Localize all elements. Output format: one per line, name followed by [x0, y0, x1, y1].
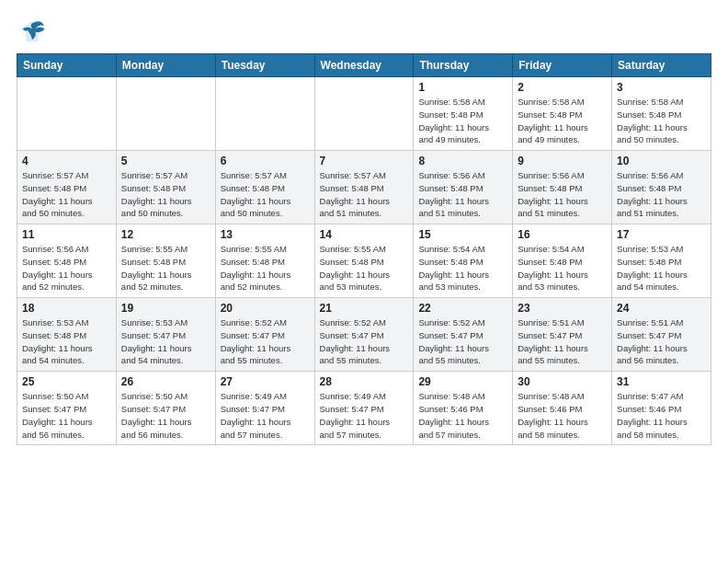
- weekday-header-tuesday: Tuesday: [215, 54, 314, 77]
- calendar-cell: 10Sunrise: 5:56 AM Sunset: 5:48 PM Dayli…: [612, 151, 711, 224]
- calendar-cell: 28Sunrise: 5:49 AM Sunset: 5:47 PM Dayli…: [314, 372, 414, 445]
- day-number: 6: [221, 155, 310, 167]
- calendar-cell: 13Sunrise: 5:55 AM Sunset: 5:48 PM Dayli…: [215, 224, 314, 298]
- day-number: 24: [617, 302, 706, 315]
- day-info-text: Sunrise: 5:50 AM Sunset: 5:47 PM Dayligh…: [121, 390, 210, 441]
- day-number: 23: [518, 302, 607, 315]
- day-number: 9: [518, 155, 607, 167]
- day-info-text: Sunrise: 5:56 AM Sunset: 5:48 PM Dayligh…: [617, 169, 706, 220]
- calendar-cell: 4Sunrise: 5:57 AM Sunset: 5:48 PM Daylig…: [17, 151, 117, 224]
- calendar-cell: 6Sunrise: 5:57 AM Sunset: 5:48 PM Daylig…: [215, 151, 314, 224]
- calendar-cell: 7Sunrise: 5:57 AM Sunset: 5:48 PM Daylig…: [314, 151, 414, 224]
- calendar-week-row: 4Sunrise: 5:57 AM Sunset: 5:48 PM Daylig…: [17, 151, 711, 224]
- calendar-cell: 3Sunrise: 5:58 AM Sunset: 5:48 PM Daylig…: [612, 77, 711, 151]
- day-number: 1: [418, 81, 507, 94]
- weekday-header-friday: Friday: [513, 54, 612, 77]
- day-info-text: Sunrise: 5:56 AM Sunset: 5:48 PM Dayligh…: [418, 169, 507, 220]
- day-number: 14: [320, 228, 409, 241]
- calendar-cell: 29Sunrise: 5:48 AM Sunset: 5:46 PM Dayli…: [414, 372, 513, 445]
- day-number: 11: [22, 228, 111, 241]
- day-number: 8: [418, 155, 507, 167]
- weekday-header-saturday: Saturday: [612, 54, 711, 77]
- calendar-cell: [314, 77, 414, 151]
- day-info-text: Sunrise: 5:57 AM Sunset: 5:48 PM Dayligh…: [121, 169, 210, 220]
- day-info-text: Sunrise: 5:52 AM Sunset: 5:47 PM Dayligh…: [418, 316, 507, 367]
- day-number: 19: [121, 302, 210, 315]
- calendar-cell: [116, 77, 215, 151]
- calendar-cell: 1Sunrise: 5:58 AM Sunset: 5:48 PM Daylig…: [414, 77, 513, 151]
- day-number: 27: [221, 375, 310, 388]
- day-number: 5: [121, 155, 210, 167]
- calendar-cell: 25Sunrise: 5:50 AM Sunset: 5:47 PM Dayli…: [17, 372, 117, 445]
- calendar-cell: 27Sunrise: 5:49 AM Sunset: 5:47 PM Dayli…: [215, 372, 314, 445]
- day-number: 18: [22, 302, 111, 315]
- day-info-text: Sunrise: 5:58 AM Sunset: 5:48 PM Dayligh…: [418, 96, 507, 146]
- page: SundayMondayTuesdayWednesdayThursdayFrid…: [0, 0, 728, 563]
- calendar-cell: 26Sunrise: 5:50 AM Sunset: 5:47 PM Dayli…: [116, 372, 215, 445]
- weekday-header-wednesday: Wednesday: [314, 54, 414, 77]
- day-info-text: Sunrise: 5:51 AM Sunset: 5:47 PM Dayligh…: [617, 316, 706, 367]
- day-info-text: Sunrise: 5:52 AM Sunset: 5:47 PM Dayligh…: [221, 316, 310, 367]
- day-number: 10: [617, 155, 706, 167]
- calendar-cell: 2Sunrise: 5:58 AM Sunset: 5:48 PM Daylig…: [513, 77, 612, 151]
- day-info-text: Sunrise: 5:53 AM Sunset: 5:48 PM Dayligh…: [617, 243, 706, 293]
- day-info-text: Sunrise: 5:56 AM Sunset: 5:48 PM Dayligh…: [518, 169, 607, 220]
- day-number: 29: [418, 375, 507, 388]
- day-info-text: Sunrise: 5:55 AM Sunset: 5:48 PM Dayligh…: [320, 243, 409, 293]
- calendar-cell: [17, 77, 117, 151]
- calendar-cell: 18Sunrise: 5:53 AM Sunset: 5:48 PM Dayli…: [17, 298, 117, 372]
- day-info-text: Sunrise: 5:49 AM Sunset: 5:47 PM Dayligh…: [221, 390, 310, 441]
- calendar-cell: 5Sunrise: 5:57 AM Sunset: 5:48 PM Daylig…: [116, 151, 215, 224]
- day-info-text: Sunrise: 5:47 AM Sunset: 5:46 PM Dayligh…: [617, 390, 706, 441]
- day-info-text: Sunrise: 5:58 AM Sunset: 5:48 PM Dayligh…: [617, 96, 706, 146]
- calendar-header-row: SundayMondayTuesdayWednesdayThursdayFrid…: [17, 54, 711, 77]
- day-number: 30: [518, 375, 607, 388]
- day-info-text: Sunrise: 5:48 AM Sunset: 5:46 PM Dayligh…: [418, 390, 507, 441]
- logo: [17, 15, 53, 46]
- weekday-header-thursday: Thursday: [414, 54, 513, 77]
- day-info-text: Sunrise: 5:53 AM Sunset: 5:47 PM Dayligh…: [121, 316, 210, 367]
- day-info-text: Sunrise: 5:51 AM Sunset: 5:47 PM Dayligh…: [518, 316, 607, 367]
- day-info-text: Sunrise: 5:48 AM Sunset: 5:46 PM Dayligh…: [518, 390, 607, 441]
- day-info-text: Sunrise: 5:54 AM Sunset: 5:48 PM Dayligh…: [418, 243, 507, 293]
- calendar-cell: 22Sunrise: 5:52 AM Sunset: 5:47 PM Dayli…: [414, 298, 513, 372]
- day-info-text: Sunrise: 5:56 AM Sunset: 5:48 PM Dayligh…: [22, 243, 111, 293]
- day-info-text: Sunrise: 5:57 AM Sunset: 5:48 PM Dayligh…: [221, 169, 310, 220]
- weekday-header-monday: Monday: [116, 54, 215, 77]
- header: [17, 15, 711, 46]
- calendar-week-row: 25Sunrise: 5:50 AM Sunset: 5:47 PM Dayli…: [17, 372, 711, 445]
- calendar-cell: 19Sunrise: 5:53 AM Sunset: 5:47 PM Dayli…: [116, 298, 215, 372]
- day-number: 21: [320, 302, 409, 315]
- day-number: 13: [221, 228, 310, 241]
- day-info-text: Sunrise: 5:52 AM Sunset: 5:47 PM Dayligh…: [320, 316, 409, 367]
- logo-icon: [17, 15, 48, 46]
- day-number: 7: [320, 155, 409, 167]
- day-number: 25: [22, 375, 111, 388]
- calendar-cell: 14Sunrise: 5:55 AM Sunset: 5:48 PM Dayli…: [314, 224, 414, 298]
- day-info-text: Sunrise: 5:57 AM Sunset: 5:48 PM Dayligh…: [320, 169, 409, 220]
- day-number: 4: [22, 155, 111, 167]
- day-number: 16: [518, 228, 607, 241]
- calendar-cell: 24Sunrise: 5:51 AM Sunset: 5:47 PM Dayli…: [612, 298, 711, 372]
- calendar-cell: 30Sunrise: 5:48 AM Sunset: 5:46 PM Dayli…: [513, 372, 612, 445]
- calendar-cell: [215, 77, 314, 151]
- day-info-text: Sunrise: 5:54 AM Sunset: 5:48 PM Dayligh…: [518, 243, 607, 293]
- calendar-cell: 11Sunrise: 5:56 AM Sunset: 5:48 PM Dayli…: [17, 224, 117, 298]
- day-number: 15: [418, 228, 507, 241]
- day-number: 3: [617, 81, 706, 94]
- calendar-table: SundayMondayTuesdayWednesdayThursdayFrid…: [17, 53, 711, 445]
- day-number: 20: [221, 302, 310, 315]
- calendar-cell: 20Sunrise: 5:52 AM Sunset: 5:47 PM Dayli…: [215, 298, 314, 372]
- calendar-cell: 8Sunrise: 5:56 AM Sunset: 5:48 PM Daylig…: [414, 151, 513, 224]
- calendar-week-row: 1Sunrise: 5:58 AM Sunset: 5:48 PM Daylig…: [17, 77, 711, 151]
- calendar-cell: 9Sunrise: 5:56 AM Sunset: 5:48 PM Daylig…: [513, 151, 612, 224]
- day-info-text: Sunrise: 5:50 AM Sunset: 5:47 PM Dayligh…: [22, 390, 111, 441]
- day-number: 17: [617, 228, 706, 241]
- day-number: 26: [121, 375, 210, 388]
- day-info-text: Sunrise: 5:49 AM Sunset: 5:47 PM Dayligh…: [320, 390, 409, 441]
- calendar-cell: 15Sunrise: 5:54 AM Sunset: 5:48 PM Dayli…: [414, 224, 513, 298]
- calendar-cell: 21Sunrise: 5:52 AM Sunset: 5:47 PM Dayli…: [314, 298, 414, 372]
- day-number: 2: [518, 81, 607, 94]
- calendar-week-row: 18Sunrise: 5:53 AM Sunset: 5:48 PM Dayli…: [17, 298, 711, 372]
- day-number: 22: [418, 302, 507, 315]
